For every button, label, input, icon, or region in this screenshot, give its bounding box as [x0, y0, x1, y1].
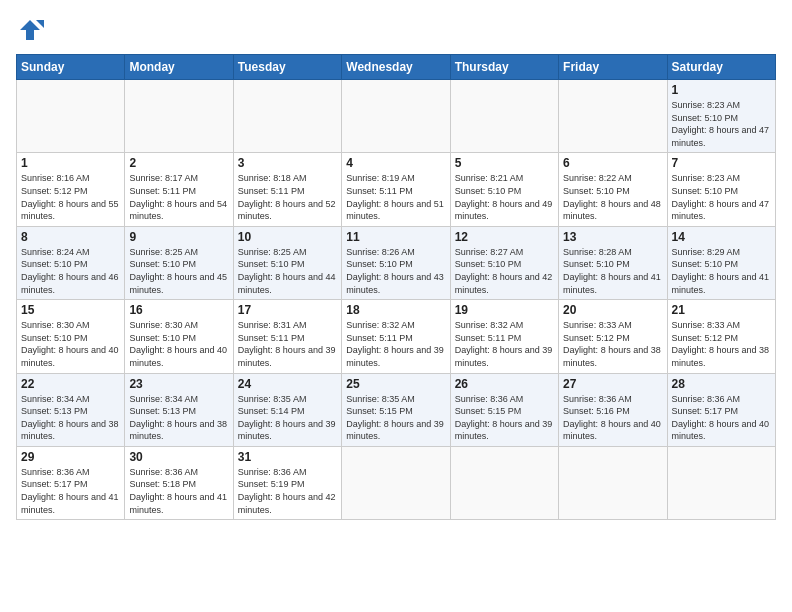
day-number: 28	[672, 377, 771, 391]
day-info: Sunrise: 8:21 AMSunset: 5:10 PMDaylight:…	[455, 172, 554, 222]
day-info: Sunrise: 8:26 AMSunset: 5:10 PMDaylight:…	[346, 246, 445, 296]
calendar-cell	[233, 80, 341, 153]
calendar-week-row: 1Sunrise: 8:16 AMSunset: 5:12 PMDaylight…	[17, 153, 776, 226]
day-number: 30	[129, 450, 228, 464]
calendar-cell	[450, 446, 558, 519]
day-info: Sunrise: 8:32 AMSunset: 5:11 PMDaylight:…	[455, 319, 554, 369]
day-info: Sunrise: 8:18 AMSunset: 5:11 PMDaylight:…	[238, 172, 337, 222]
calendar-cell: 12Sunrise: 8:27 AMSunset: 5:10 PMDayligh…	[450, 226, 558, 299]
day-number: 26	[455, 377, 554, 391]
day-number: 1	[21, 156, 120, 170]
day-number: 21	[672, 303, 771, 317]
day-number: 23	[129, 377, 228, 391]
calendar-cell: 28Sunrise: 8:36 AMSunset: 5:17 PMDayligh…	[667, 373, 775, 446]
calendar-cell: 8Sunrise: 8:24 AMSunset: 5:10 PMDaylight…	[17, 226, 125, 299]
day-number: 4	[346, 156, 445, 170]
day-number: 8	[21, 230, 120, 244]
day-number: 14	[672, 230, 771, 244]
day-number: 10	[238, 230, 337, 244]
day-number: 5	[455, 156, 554, 170]
day-info: Sunrise: 8:19 AMSunset: 5:11 PMDaylight:…	[346, 172, 445, 222]
calendar-table: SundayMondayTuesdayWednesdayThursdayFrid…	[16, 54, 776, 520]
calendar-cell: 4Sunrise: 8:19 AMSunset: 5:11 PMDaylight…	[342, 153, 450, 226]
calendar-cell	[342, 80, 450, 153]
day-info: Sunrise: 8:16 AMSunset: 5:12 PMDaylight:…	[21, 172, 120, 222]
calendar-cell	[17, 80, 125, 153]
day-number: 27	[563, 377, 662, 391]
day-number: 29	[21, 450, 120, 464]
calendar-week-row: 1Sunrise: 8:23 AMSunset: 5:10 PMDaylight…	[17, 80, 776, 153]
calendar-cell: 23Sunrise: 8:34 AMSunset: 5:13 PMDayligh…	[125, 373, 233, 446]
day-info: Sunrise: 8:36 AMSunset: 5:17 PMDaylight:…	[672, 393, 771, 443]
svg-marker-1	[36, 20, 44, 28]
calendar-cell: 19Sunrise: 8:32 AMSunset: 5:11 PMDayligh…	[450, 300, 558, 373]
calendar-cell: 9Sunrise: 8:25 AMSunset: 5:10 PMDaylight…	[125, 226, 233, 299]
day-number: 1	[672, 83, 771, 97]
calendar-header-row: SundayMondayTuesdayWednesdayThursdayFrid…	[17, 55, 776, 80]
day-number: 7	[672, 156, 771, 170]
day-number: 15	[21, 303, 120, 317]
day-info: Sunrise: 8:29 AMSunset: 5:10 PMDaylight:…	[672, 246, 771, 296]
calendar-week-row: 29Sunrise: 8:36 AMSunset: 5:17 PMDayligh…	[17, 446, 776, 519]
day-number: 9	[129, 230, 228, 244]
calendar-cell: 18Sunrise: 8:32 AMSunset: 5:11 PMDayligh…	[342, 300, 450, 373]
day-info: Sunrise: 8:24 AMSunset: 5:10 PMDaylight:…	[21, 246, 120, 296]
calendar-week-row: 22Sunrise: 8:34 AMSunset: 5:13 PMDayligh…	[17, 373, 776, 446]
day-info: Sunrise: 8:33 AMSunset: 5:12 PMDaylight:…	[672, 319, 771, 369]
calendar-cell: 25Sunrise: 8:35 AMSunset: 5:15 PMDayligh…	[342, 373, 450, 446]
day-info: Sunrise: 8:25 AMSunset: 5:10 PMDaylight:…	[129, 246, 228, 296]
day-info: Sunrise: 8:36 AMSunset: 5:16 PMDaylight:…	[563, 393, 662, 443]
calendar-cell: 1Sunrise: 8:16 AMSunset: 5:12 PMDaylight…	[17, 153, 125, 226]
calendar-cell: 27Sunrise: 8:36 AMSunset: 5:16 PMDayligh…	[559, 373, 667, 446]
calendar-cell: 10Sunrise: 8:25 AMSunset: 5:10 PMDayligh…	[233, 226, 341, 299]
day-info: Sunrise: 8:31 AMSunset: 5:11 PMDaylight:…	[238, 319, 337, 369]
day-info: Sunrise: 8:25 AMSunset: 5:10 PMDaylight:…	[238, 246, 337, 296]
calendar-cell: 1Sunrise: 8:23 AMSunset: 5:10 PMDaylight…	[667, 80, 775, 153]
logo	[16, 16, 48, 44]
calendar-cell: 14Sunrise: 8:29 AMSunset: 5:10 PMDayligh…	[667, 226, 775, 299]
day-number: 19	[455, 303, 554, 317]
day-number: 31	[238, 450, 337, 464]
column-header-tuesday: Tuesday	[233, 55, 341, 80]
day-info: Sunrise: 8:30 AMSunset: 5:10 PMDaylight:…	[129, 319, 228, 369]
calendar-cell: 31Sunrise: 8:36 AMSunset: 5:19 PMDayligh…	[233, 446, 341, 519]
calendar-cell	[667, 446, 775, 519]
day-number: 13	[563, 230, 662, 244]
calendar-cell	[450, 80, 558, 153]
day-info: Sunrise: 8:23 AMSunset: 5:10 PMDaylight:…	[672, 172, 771, 222]
day-number: 20	[563, 303, 662, 317]
day-info: Sunrise: 8:35 AMSunset: 5:15 PMDaylight:…	[346, 393, 445, 443]
header	[16, 16, 776, 44]
day-number: 24	[238, 377, 337, 391]
calendar-cell: 17Sunrise: 8:31 AMSunset: 5:11 PMDayligh…	[233, 300, 341, 373]
day-info: Sunrise: 8:17 AMSunset: 5:11 PMDaylight:…	[129, 172, 228, 222]
day-number: 3	[238, 156, 337, 170]
column-header-saturday: Saturday	[667, 55, 775, 80]
day-number: 16	[129, 303, 228, 317]
day-info: Sunrise: 8:35 AMSunset: 5:14 PMDaylight:…	[238, 393, 337, 443]
calendar-cell: 11Sunrise: 8:26 AMSunset: 5:10 PMDayligh…	[342, 226, 450, 299]
logo-icon	[16, 16, 44, 44]
column-header-monday: Monday	[125, 55, 233, 80]
calendar-cell: 5Sunrise: 8:21 AMSunset: 5:10 PMDaylight…	[450, 153, 558, 226]
column-header-thursday: Thursday	[450, 55, 558, 80]
day-number: 22	[21, 377, 120, 391]
day-info: Sunrise: 8:36 AMSunset: 5:15 PMDaylight:…	[455, 393, 554, 443]
page: SundayMondayTuesdayWednesdayThursdayFrid…	[0, 0, 792, 612]
column-header-wednesday: Wednesday	[342, 55, 450, 80]
calendar-cell: 29Sunrise: 8:36 AMSunset: 5:17 PMDayligh…	[17, 446, 125, 519]
day-info: Sunrise: 8:36 AMSunset: 5:19 PMDaylight:…	[238, 466, 337, 516]
day-info: Sunrise: 8:23 AMSunset: 5:10 PMDaylight:…	[672, 99, 771, 149]
calendar-week-row: 15Sunrise: 8:30 AMSunset: 5:10 PMDayligh…	[17, 300, 776, 373]
calendar-cell	[559, 80, 667, 153]
calendar-cell: 20Sunrise: 8:33 AMSunset: 5:12 PMDayligh…	[559, 300, 667, 373]
calendar-cell: 22Sunrise: 8:34 AMSunset: 5:13 PMDayligh…	[17, 373, 125, 446]
day-info: Sunrise: 8:34 AMSunset: 5:13 PMDaylight:…	[129, 393, 228, 443]
day-info: Sunrise: 8:30 AMSunset: 5:10 PMDaylight:…	[21, 319, 120, 369]
svg-marker-0	[20, 20, 40, 40]
calendar-cell: 6Sunrise: 8:22 AMSunset: 5:10 PMDaylight…	[559, 153, 667, 226]
day-number: 6	[563, 156, 662, 170]
calendar-body: 1Sunrise: 8:23 AMSunset: 5:10 PMDaylight…	[17, 80, 776, 520]
day-info: Sunrise: 8:22 AMSunset: 5:10 PMDaylight:…	[563, 172, 662, 222]
calendar-cell: 3Sunrise: 8:18 AMSunset: 5:11 PMDaylight…	[233, 153, 341, 226]
